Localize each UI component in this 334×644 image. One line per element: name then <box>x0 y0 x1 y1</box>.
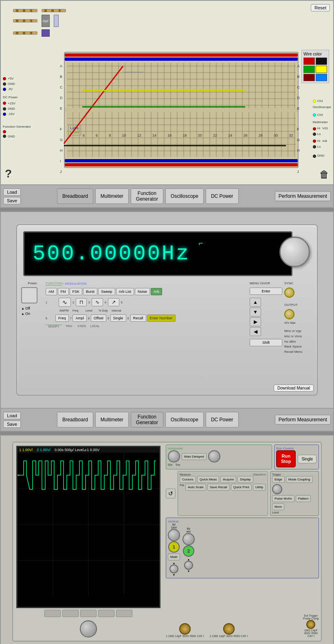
fg-nav-right[interactable]: ▶ <box>250 317 261 326</box>
osc-softkey-1[interactable] <box>44 610 61 617</box>
osc-edge-btn[interactable]: Edge <box>272 476 285 483</box>
lo-ma-connector <box>313 145 316 148</box>
fg-ampl-btn[interactable]: Ampl <box>73 314 87 322</box>
fg-triangle-btn[interactable]: ∿ <box>92 298 103 306</box>
trash-button[interactable]: 🗑 <box>319 169 329 180</box>
fg-fm-btn[interactable]: FM <box>58 288 69 295</box>
osc-mode-coupling-btn[interactable]: Mode Coupling <box>286 476 313 483</box>
fg-sub-labels: AM/FM Freq Level % Duty Internal <box>46 309 248 312</box>
load-button-2[interactable]: Load <box>3 412 21 419</box>
fg-freq-btn[interactable]: Freq <box>55 314 69 322</box>
fg-fsk-btn[interactable]: FSK <box>70 288 83 295</box>
fg-offset-btn[interactable]: Offset <box>91 314 106 322</box>
fg-shift-btn[interactable]: Shift <box>250 339 282 346</box>
fg-power-label: Power <box>21 281 44 285</box>
osc-softkey-5[interactable] <box>116 610 132 617</box>
fg-sine-btn[interactable]: ∿ <box>59 298 71 307</box>
osc-softkey-3[interactable] <box>80 610 97 617</box>
osc-intensity-knob[interactable] <box>80 620 97 637</box>
fg-output-connector <box>284 309 294 319</box>
tab-breadboard-1[interactable]: Breadboard <box>57 188 93 204</box>
osc-trigger-buttons: Edge Mode Coupling <box>272 476 317 494</box>
tab-buttons-1: Breadboard Multimeter FunctionGenerator … <box>23 188 272 204</box>
fg-burst-btn[interactable]: Burst <box>83 288 97 295</box>
fg-ramp-btn[interactable]: ↗ <box>108 298 119 306</box>
osc-cursors-btn[interactable]: Cursors <box>180 476 196 483</box>
fg-khz-label: kHz m Vrms <box>284 334 313 339</box>
osc-save-recall-btn[interactable]: Save Recall <box>207 484 230 491</box>
osc-auto-scale-btn[interactable]: Auto Scale <box>185 484 206 491</box>
fg-sweep-btn[interactable]: Sweep <box>98 288 115 295</box>
osc-horiz-scale-knob[interactable] <box>208 450 220 463</box>
tab-multimeter-1[interactable]: Multimeter <box>95 188 129 204</box>
tab-oscilloscope-1[interactable]: Oscilloscope <box>165 188 204 204</box>
osc-undo-btn[interactable]: ↺ <box>166 489 176 498</box>
tab-multimeter-2[interactable]: Multimeter <box>95 412 129 427</box>
save-button[interactable]: Save <box>3 197 21 204</box>
ch1-connector <box>313 100 316 103</box>
osc-display-btn[interactable]: Display <box>237 476 253 483</box>
osc-ch2-btn[interactable]: 2 <box>183 545 194 557</box>
fg-recall-btn[interactable]: Recall <box>130 314 146 322</box>
save-button-2[interactable]: Save <box>3 420 21 428</box>
fg-arblist-btn[interactable]: Arb List <box>116 288 134 295</box>
fg-main-knob[interactable] <box>279 237 310 267</box>
osc-v2-pos-knob[interactable] <box>184 561 193 570</box>
fg-nav-up[interactable]: ▲ <box>250 298 261 307</box>
fg-enter-number-btn[interactable]: Enter Number <box>147 314 176 322</box>
osc-v1-scale-knob[interactable] <box>168 529 180 541</box>
osc-more-btn[interactable]: More <box>272 503 284 510</box>
tab-oscilloscope-2[interactable]: Oscilloscope <box>165 412 204 427</box>
fg-enter-btn[interactable]: Enter <box>250 288 282 295</box>
fg-am-btn[interactable]: AM <box>46 288 57 295</box>
tab-function-generator-1[interactable]: FunctionGenerator <box>131 188 163 204</box>
osc-math-btn[interactable]: Math <box>168 553 180 560</box>
osc-v1-pos-area: ▲ ▼ <box>169 562 178 576</box>
osc-trigger-label: Trigger <box>272 473 317 476</box>
tab-function-generator-2[interactable]: FunctionGenerator <box>131 412 163 427</box>
perform-measurement-2[interactable]: Perform Measurement <box>275 415 331 425</box>
load-button[interactable]: Load <box>3 188 21 196</box>
osc-v2-scale-knob[interactable] <box>182 533 195 545</box>
tab-breadboard-2[interactable]: Breadboard <box>57 412 93 427</box>
osc-device: 1 1.00V/ 2 1.00V/ 0.00s 500μ/ Level⊿1 0.… <box>12 442 322 642</box>
osc-trigger-level-knob[interactable] <box>272 484 282 494</box>
osc-softkey-4[interactable] <box>98 610 114 617</box>
osc-measure-waveform-row: ↺ Measure Waveform Cursors Quick Meas Ac… <box>166 471 319 516</box>
fg-num8-label: 8 <box>88 317 90 320</box>
fg-gnd-connector <box>3 135 6 138</box>
fg-arb-btn[interactable]: Arb <box>151 288 162 295</box>
osc-utility-btn[interactable]: Utility <box>253 484 266 491</box>
fg-nav-left[interactable]: ◀ <box>250 327 261 336</box>
help-button[interactable]: ? <box>5 167 12 180</box>
osc-pulse-wvfm-btn[interactable]: Pulse Wvfm <box>272 495 294 502</box>
osc-pattern-btn[interactable]: Pattern <box>296 495 311 502</box>
tab-dc-power-1[interactable]: DC Power <box>206 188 239 204</box>
hi-vo-connector <box>313 127 316 131</box>
components-area: 10μF <box>13 9 66 37</box>
osc-ext-connector-label: 1MΩ 14pF300V RMSCAT I <box>304 629 318 637</box>
osc-intensity-knob-area <box>16 620 160 637</box>
osc-run-stop-btn[interactable]: RunStop <box>276 450 296 467</box>
tab-dc-power-2[interactable]: DC Power <box>206 412 239 427</box>
perform-measurement-1[interactable]: Perform Measurement <box>275 191 331 201</box>
osc-v1-pos-knob[interactable] <box>169 564 178 573</box>
fg-out-connector <box>3 130 6 133</box>
fg-power-button[interactable] <box>21 287 37 303</box>
reset-button[interactable]: Reset <box>311 4 330 11</box>
fg-noise-btn[interactable]: Noise <box>135 288 150 295</box>
fg-single-btn[interactable]: Single <box>110 314 126 322</box>
osc-ch1-btn[interactable]: 1 <box>168 541 180 553</box>
osc-quick-meas-btn[interactable]: Quick Meas <box>197 476 219 483</box>
osc-single-btn[interactable]: Single <box>298 455 316 463</box>
resistor-4 <box>13 31 37 35</box>
osc-acquire-btn[interactable]: Acquire <box>220 476 236 483</box>
fg-square-btn[interactable]: ⊓ <box>76 298 87 306</box>
osc-horiz-position-knob[interactable] <box>168 450 180 463</box>
osc-main-delayed-btn[interactable]: Main Delayed <box>182 453 207 460</box>
fg-nav-grid: ▲ ▼ ▶ ◀ <box>250 298 282 336</box>
osc-quick-print-btn[interactable]: Quick Print <box>231 484 252 491</box>
fg-download-btn[interactable]: Download Manual <box>274 385 314 392</box>
fg-nav-down[interactable]: ▼ <box>250 308 261 316</box>
osc-softkey-2[interactable] <box>62 610 79 617</box>
